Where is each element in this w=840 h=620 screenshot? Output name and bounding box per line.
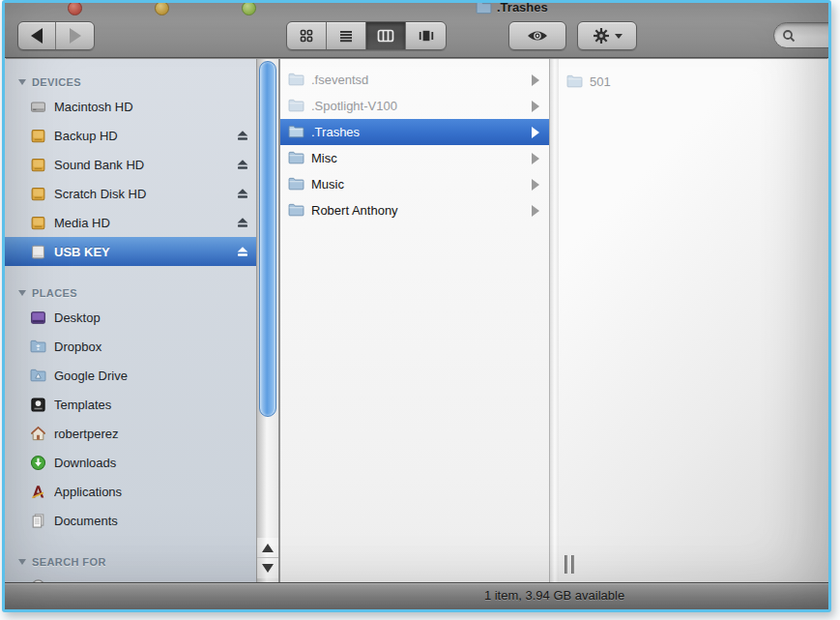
sidebar-section-header-search-for[interactable]: SEARCH FOR <box>5 552 256 572</box>
folder-icon <box>288 176 304 192</box>
file-row-misc[interactable]: Misc <box>280 145 549 171</box>
sidebar-section-label: DEVICES <box>32 76 81 88</box>
applications-icon <box>29 483 46 500</box>
file-row-dot-spotlight-v100[interactable]: .Spotlight-V100 <box>280 93 549 119</box>
column-browser-column-1: .fseventsd.Spotlight-V100.TrashesMiscMus… <box>280 59 549 582</box>
file-name: .Trashes <box>311 125 521 139</box>
cover-flow-icon <box>418 28 435 44</box>
external-hd-icon <box>29 156 46 173</box>
eject-button[interactable] <box>234 244 250 260</box>
eject-button[interactable] <box>234 128 250 144</box>
column-divider[interactable] <box>549 59 559 582</box>
templates-icon <box>29 396 46 413</box>
window-title: .Trashes <box>476 0 548 16</box>
file-name: Robert Anthony <box>311 203 521 218</box>
column-resize-handle[interactable] <box>563 555 578 575</box>
sidebar-item-dropbox[interactable]: Dropbox <box>5 332 256 361</box>
sidebar-item-usb-key[interactable]: USB KEY <box>5 237 256 266</box>
sidebar-scrollbar[interactable] <box>256 59 279 582</box>
sidebar-item-robertperez[interactable]: robertperez <box>5 419 256 448</box>
file-row-501[interactable]: 501 <box>559 69 828 95</box>
file-name: 501 <box>590 74 819 89</box>
file-name: .Spotlight-V100 <box>311 99 521 113</box>
file-row-dot-fseventsd[interactable]: .fseventsd <box>280 67 549 93</box>
action-menu-button[interactable] <box>577 21 637 50</box>
sidebar-item-label: Applications <box>54 485 250 499</box>
sidebar-item-label: Downloads <box>54 456 250 470</box>
search-input[interactable] <box>799 29 831 43</box>
sidebar-item-media-hd[interactable]: Media HD <box>5 208 256 237</box>
status-text: 1 item, 3.94 GB available <box>280 588 828 603</box>
sidebar-section-header-devices[interactable]: DEVICES <box>5 73 256 92</box>
sidebar-item-label: Scratch Disk HD <box>54 187 226 201</box>
sidebar-item-macintosh-hd[interactable]: Macintosh HD <box>5 92 256 121</box>
scroll-down-button[interactable] <box>257 558 278 578</box>
sidebar-item-scratch-disk-hd[interactable]: Scratch Disk HD <box>5 179 256 208</box>
close-button[interactable] <box>68 1 82 15</box>
navigation-buttons <box>17 21 95 50</box>
scroll-up-button[interactable] <box>257 538 278 558</box>
folder-icon <box>288 150 304 166</box>
view-mode-segmented-control <box>286 21 447 50</box>
gear-icon <box>593 27 610 44</box>
dropbox-folder-icon <box>29 338 46 355</box>
sidebar-item-label: Templates <box>54 398 250 412</box>
internal-hd-icon <box>29 98 46 115</box>
documents-icon <box>29 512 46 529</box>
forward-arrow-icon <box>70 28 81 44</box>
folder-icon <box>288 72 304 88</box>
screenshot-background: .Trashes <box>0 0 840 620</box>
sidebar-item-desktop[interactable]: Desktop <box>5 303 256 332</box>
sidebar-item-documents[interactable]: Documents <box>5 506 256 535</box>
folder-icon <box>288 202 304 219</box>
sidebar-item-backup-hd[interactable]: Backup HD <box>5 121 256 150</box>
file-name: .fseventsd <box>311 73 521 87</box>
sidebar-section-header-places[interactable]: PLACES <box>5 283 256 303</box>
file-row-dot-trashes[interactable]: .Trashes <box>280 119 549 145</box>
chevron-right-icon <box>532 205 539 217</box>
icon-view-button[interactable] <box>287 22 327 49</box>
sidebar-scrollbar-thumb[interactable] <box>259 61 276 417</box>
folder-icon <box>288 98 304 114</box>
sidebar-item-templates[interactable]: Templates <box>5 390 256 419</box>
eject-button[interactable] <box>234 215 250 231</box>
cover-flow-view-button[interactable] <box>406 22 446 49</box>
file-name: Misc <box>311 151 521 165</box>
folder-icon <box>288 124 304 140</box>
sidebar-item-label: Macintosh HD <box>54 100 250 114</box>
chevron-right-icon <box>532 127 539 138</box>
disclosure-triangle-icon[interactable] <box>18 559 26 565</box>
file-row-music[interactable]: Music <box>280 171 549 197</box>
titlebar-toolbar: .Trashes <box>5 3 828 58</box>
file-row-robert-anthony[interactable]: Robert Anthony <box>280 197 549 223</box>
sidebar-item-label: robertperez <box>54 427 250 441</box>
sidebar-section-label: SEARCH FOR <box>32 556 106 568</box>
eject-button[interactable] <box>234 157 250 173</box>
sidebar-item-downloads[interactable]: Downloads <box>5 448 256 477</box>
sidebar-item-label: Desktop <box>54 310 250 325</box>
sidebar-item-google-drive[interactable]: Google Drive <box>5 361 256 390</box>
sidebar-item-label: Backup HD <box>54 129 226 143</box>
sidebar-item-sound-bank-hd[interactable]: Sound Bank HD <box>5 150 256 179</box>
zoom-button[interactable] <box>242 1 256 15</box>
disclosure-triangle-icon[interactable] <box>18 79 26 85</box>
eject-button[interactable] <box>234 186 250 202</box>
minimize-button[interactable] <box>155 1 169 15</box>
sidebar-item-applications[interactable]: Applications <box>5 477 256 506</box>
sidebar-item-today[interactable]: Today <box>5 572 256 582</box>
column-view-icon <box>377 28 394 44</box>
chevron-right-icon <box>532 179 539 191</box>
sidebar: DEVICESMacintosh HDBackup HDSound Bank H… <box>5 59 256 582</box>
action-menu-arrow-icon <box>615 34 623 39</box>
back-button[interactable] <box>18 22 56 49</box>
disclosure-triangle-icon[interactable] <box>18 290 26 296</box>
column-view-button[interactable] <box>366 22 406 49</box>
sidebar-item-label: Dropbox <box>54 340 250 354</box>
sidebar-section-gap <box>5 266 256 283</box>
external-hd-icon <box>29 214 46 231</box>
list-view-button[interactable] <box>327 22 366 49</box>
forward-button[interactable] <box>56 22 94 49</box>
desktop-icon <box>29 309 46 326</box>
quick-look-button[interactable] <box>508 21 566 50</box>
search-field[interactable] <box>773 22 831 48</box>
